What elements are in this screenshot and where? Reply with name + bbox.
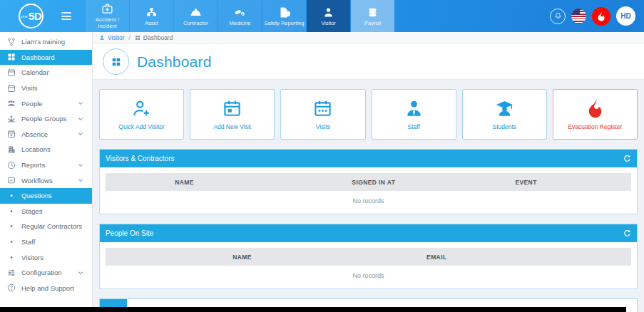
bullet-icon: • (7, 238, 16, 246)
user-avatar[interactable]: HD (616, 6, 635, 26)
sidebar-item-label: Questions (21, 192, 52, 199)
app-window: ssw 5D Accident / Incident Asset Contrac… (0, 0, 644, 312)
sidebar-item-visitors[interactable]: • Visitors (0, 249, 92, 265)
panel-title: Visitors & Contractors (106, 155, 175, 162)
chevron-down-icon (78, 131, 83, 137)
sidebar-item-people[interactable]: People (0, 95, 92, 111)
language-flag-button[interactable] (571, 9, 586, 24)
column-header: EVENT (484, 179, 568, 186)
sidebar-item-locations[interactable]: Locations (0, 142, 92, 157)
bullet-icon: • (7, 192, 16, 199)
nav-item-label: Accident / Incident (86, 16, 129, 29)
sidebar-item-reports[interactable]: Reports (0, 157, 92, 173)
sliders-icon (7, 269, 16, 277)
sidebar-item-label: Configuration (21, 269, 62, 276)
card-students[interactable]: Students (462, 89, 547, 140)
panel-title: People On Site (106, 229, 153, 237)
column-header: SIGNED IN AT (263, 179, 484, 186)
nav-item-visitor[interactable]: Visitor (307, 0, 350, 32)
card-staff[interactable]: Staff (372, 89, 456, 140)
breadcrumb-module[interactable]: Visitor (108, 34, 124, 41)
sidebar-item-people-groups[interactable]: People Groups (0, 111, 92, 127)
chevron-down-icon (78, 177, 83, 183)
people-group-icon (7, 115, 16, 123)
hard-hat-icon (190, 6, 202, 19)
nav-item-payroll[interactable]: Payroll (351, 0, 394, 32)
breadcrumb-separator: / (128, 34, 130, 41)
person-icon (99, 35, 105, 41)
column-header: EMAIL (379, 254, 494, 261)
topbar-actions: HD (550, 0, 644, 32)
nav-item-label: Safety Reporting (263, 20, 306, 26)
sidebar-item-help-support[interactable]: Help and Support (0, 281, 92, 296)
card-label: Staff (407, 123, 419, 130)
building-icon (7, 145, 16, 154)
card-visits[interactable]: Visits (280, 89, 365, 140)
topbar: ssw 5D Accident / Incident Asset Contrac… (0, 0, 644, 32)
table-header-row: NAME EMAIL (106, 248, 631, 266)
sidebar-item-dashboard[interactable]: Dashboard (0, 50, 92, 66)
nav-item-label: Medicine (228, 20, 252, 26)
sidebar-item-regular-contractors[interactable]: • Regular Contractors (0, 219, 92, 234)
flame-icon (596, 11, 606, 21)
grid-icon (135, 35, 140, 41)
sidebar-item-staff[interactable]: • Staff (0, 234, 92, 250)
column-header: NAME (106, 179, 263, 186)
card-label: Quick Add Visitor (118, 123, 165, 130)
sidebar-item-stages[interactable]: • Stages (0, 204, 92, 219)
nav-item-label: Asset (143, 20, 160, 26)
main-content: Visitor / Dashboard Dashboard Quick Add … (93, 32, 644, 312)
nav-item-asset[interactable]: Asset (130, 0, 173, 32)
coins-icon (367, 6, 379, 19)
sidebar-item-label: Regular Contractors (21, 222, 82, 230)
sidebar-item-workflows[interactable]: Workflows (0, 172, 92, 188)
nav-item-safety-reporting[interactable]: Safety Reporting (262, 0, 306, 32)
nav-item-label: Contractor (182, 20, 210, 26)
person-icon (322, 6, 334, 19)
chevron-down-icon (78, 100, 83, 106)
evacuation-button[interactable] (592, 7, 610, 26)
sidebar-item-calendar[interactable]: Calendar (0, 65, 92, 80)
sidebar-item-label: Workflows (21, 177, 53, 184)
card-label: Evacuation Register (568, 123, 622, 130)
chevron-down-icon (78, 270, 83, 276)
flame-icon (586, 99, 605, 118)
calendar-dots-icon (313, 99, 332, 118)
card-quick-add-visitor[interactable]: Quick Add Visitor (99, 89, 184, 140)
logo-small-text: ssw (21, 14, 28, 19)
refresh-icon[interactable] (623, 155, 631, 162)
page-header: Dashboard (93, 44, 644, 80)
sidebar-item-label: Stages (21, 207, 43, 215)
nav-item-accident-incident[interactable]: Accident / Incident (86, 0, 129, 32)
grid-icon (111, 57, 121, 67)
panel-visitors-contractors: Visitors & Contractors NAME SIGNED IN AT… (99, 149, 638, 214)
column-header: NAME (106, 254, 379, 261)
nav-item-contractor[interactable]: Contractor (174, 0, 218, 32)
student-icon (495, 99, 514, 118)
refresh-icon[interactable] (623, 229, 631, 237)
nav-item-medicine[interactable]: Medicine (218, 0, 262, 32)
card-add-new-visit[interactable]: Add New Visit (190, 89, 275, 140)
sidebar-item-label: People Groups (21, 115, 66, 123)
calendar-add-icon (223, 99, 242, 118)
chevron-down-icon (78, 162, 83, 168)
sidebar-item-absence[interactable]: Absence (0, 127, 92, 142)
sidebar-item-label: Visits (21, 84, 38, 92)
app-logo[interactable]: ssw 5D (0, 0, 61, 32)
sidebar-item-label: Staff (21, 238, 35, 246)
notifications-button[interactable] (550, 9, 566, 24)
breadcrumb-page: Dashboard (143, 34, 173, 41)
empty-state-text: No records (100, 191, 637, 214)
card-evacuation-register[interactable]: Evacuation Register (553, 89, 638, 140)
menu-toggle-icon[interactable] (61, 0, 83, 32)
logo-circle: ssw 5D (19, 4, 44, 28)
breadcrumb: Visitor / Dashboard (93, 32, 644, 44)
sidebar-item-visits[interactable]: Visits (0, 80, 92, 96)
window-edge-artifact (0, 307, 626, 312)
module-nav: Accident / Incident Asset Contractor Med… (86, 0, 395, 32)
clock-icon (7, 161, 16, 170)
sidebar-item-configuration[interactable]: Configuration (0, 265, 92, 281)
sidebar-item-liams-training[interactable]: Liam's training (0, 34, 92, 50)
sidebar-item-questions[interactable]: • Questions (0, 188, 92, 204)
training-branch-icon (7, 38, 16, 46)
